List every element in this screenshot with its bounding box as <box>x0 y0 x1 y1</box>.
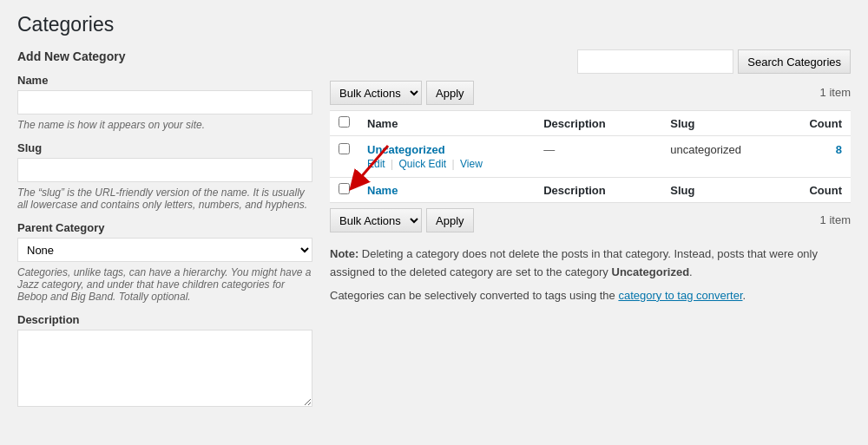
col-footer-count: Count <box>789 178 851 203</box>
category-tag-converter-link[interactable]: category to tag converter <box>618 289 742 302</box>
name-hint: The name is how it appears on your site. <box>17 119 312 131</box>
parent-select[interactable]: None <box>17 238 312 262</box>
note-text3: Categories can be selectively converted … <box>330 289 618 302</box>
row-description-cell: — <box>535 136 661 178</box>
edit-link[interactable]: Edit <box>367 158 385 170</box>
slug-input[interactable] <box>17 158 312 182</box>
page-title: Categories <box>17 13 851 36</box>
parent-hint: Categories, unlike tags, can have a hier… <box>17 266 312 303</box>
note-text2: . <box>689 265 693 278</box>
note-text4: . <box>743 289 746 302</box>
item-count-bottom: 1 item <box>820 208 851 232</box>
col-header-name[interactable]: Name <box>358 111 535 136</box>
categories-table-section: Search Categories Bulk Actions Apply 1 i… <box>330 49 851 304</box>
bulk-actions-row-bottom: Bulk Actions Apply 1 item <box>330 208 851 232</box>
note-text1: Deleting a category does not delete the … <box>330 247 818 278</box>
row-slug-cell: uncategorized <box>661 136 789 178</box>
row-checkbox-cell <box>330 136 358 178</box>
search-categories-input[interactable] <box>577 49 733 74</box>
parent-label: Parent Category <box>17 221 312 234</box>
quick-edit-link[interactable]: Quick Edit <box>399 158 447 170</box>
col-footer-description: Description <box>535 178 661 203</box>
add-new-category-form: Add New Category Name The name is how it… <box>17 49 312 418</box>
name-label: Name <box>17 74 312 87</box>
select-all-footer-header <box>330 178 358 203</box>
name-group: Name The name is how it appears on your … <box>17 74 312 131</box>
slug-label: Slug <box>17 141 312 154</box>
bulk-left-bottom: Bulk Actions Apply <box>330 208 474 232</box>
apply-button-top[interactable]: Apply <box>426 81 474 105</box>
col-header-description: Description <box>535 111 661 136</box>
col-header-slug: Slug <box>661 111 789 136</box>
table-container: Name Description Slug Count <box>330 110 851 203</box>
description-textarea[interactable] <box>17 330 312 407</box>
search-row: Search Categories <box>330 49 851 74</box>
row-checkbox[interactable] <box>339 143 350 154</box>
separator-1: | <box>391 158 393 170</box>
col-footer-slug: Slug <box>661 178 789 203</box>
row-actions: Edit | Quick Edit | View <box>367 158 526 170</box>
description-label: Description <box>17 313 312 326</box>
row-count-cell: 8 <box>789 136 851 178</box>
slug-hint: The “slug” is the URL-friendly version o… <box>17 187 312 211</box>
bulk-left-top: Bulk Actions Apply <box>330 81 474 105</box>
col-header-count: Count <box>789 111 851 136</box>
bulk-actions-select-top[interactable]: Bulk Actions <box>330 81 422 105</box>
slug-group: Slug The “slug” is the URL-friendly vers… <box>17 141 312 211</box>
name-input[interactable] <box>17 90 312 115</box>
bulk-actions-select-bottom[interactable]: Bulk Actions <box>330 208 422 232</box>
add-new-title: Add New Category <box>17 49 312 63</box>
select-all-footer-checkbox[interactable] <box>339 183 350 194</box>
category-name-link[interactable]: Uncategorized <box>367 143 445 156</box>
count-link[interactable]: 8 <box>836 143 842 156</box>
select-all-checkbox[interactable] <box>339 116 350 128</box>
search-categories-button[interactable]: Search Categories <box>738 49 851 74</box>
separator-2: | <box>452 158 455 170</box>
description-group: Description <box>17 313 312 409</box>
col-footer-name[interactable]: Name <box>358 178 535 203</box>
description-dash: — <box>543 143 555 156</box>
note-title: Note: <box>330 247 358 260</box>
note-section: Note: Deleting a category does not delet… <box>330 245 851 304</box>
table-row: Uncategorized Edit | Quick Edit | View <box>330 136 851 178</box>
item-count-top: 1 item <box>820 81 851 105</box>
bulk-actions-row-top: Bulk Actions Apply 1 item <box>330 81 851 105</box>
parent-group: Parent Category None Categories, unlike … <box>17 221 312 303</box>
table-footer-header-row: Name Description Slug Count <box>330 178 851 203</box>
note-bold: Uncategorized <box>612 265 690 278</box>
select-all-header <box>330 111 358 136</box>
apply-button-bottom[interactable]: Apply <box>426 208 474 232</box>
row-name-cell: Uncategorized Edit | Quick Edit | View <box>358 136 535 178</box>
categories-table: Name Description Slug Count <box>330 110 851 203</box>
view-link[interactable]: View <box>460 158 483 170</box>
